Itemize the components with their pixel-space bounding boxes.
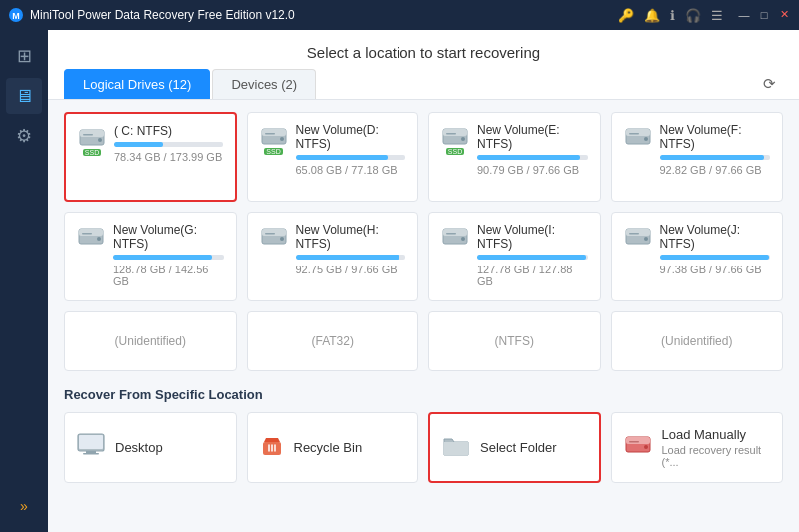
drive-card-i[interactable]: New Volume(I: NTFS)127.78 GB / 127.88 GB <box>428 212 601 301</box>
svg-rect-25 <box>265 233 275 235</box>
svg-point-16 <box>644 137 648 141</box>
location-name-folder: Select Folder <box>480 440 557 455</box>
sidebar-item-scan[interactable]: 🖥 <box>6 78 42 114</box>
header: Select a location to start recovering Lo… <box>48 30 799 100</box>
drive-progress-bg-g <box>113 255 224 260</box>
maximize-button[interactable]: □ <box>757 8 771 22</box>
key-icon[interactable]: 🔑 <box>618 8 634 23</box>
svg-point-4 <box>98 138 102 142</box>
drive-icon-e: SSD <box>441 125 469 155</box>
drive-card-ntfs2[interactable]: (NTFS) <box>428 311 601 371</box>
ssd-badge: SSD <box>83 149 101 156</box>
location-sub-load: Load recovery result (*... <box>662 444 771 468</box>
drive-card-e[interactable]: SSDNew Volume(E: NTFS)90.79 GB / 97.66 G… <box>428 112 601 202</box>
drive-icon-i <box>441 225 469 247</box>
drive-card-fat[interactable]: (FAT32) <box>247 311 419 371</box>
drive-card-u1[interactable]: (Unidentified) <box>64 311 237 371</box>
app-layout: ⊞ 🖥 ⚙ » Select a location to start recov… <box>0 30 799 532</box>
sidebar: ⊞ 🖥 ⚙ » <box>0 30 48 532</box>
location-card-load[interactable]: Load ManuallyLoad recovery result (*... <box>611 412 784 483</box>
svg-point-24 <box>280 237 284 241</box>
tab-logical-drives[interactable]: Logical Drives (12) <box>64 69 210 99</box>
load-icon <box>624 433 652 463</box>
info-icon[interactable]: ℹ <box>670 8 675 23</box>
sidebar-item-settings[interactable]: ⚙ <box>6 118 42 154</box>
svg-rect-11 <box>443 129 467 136</box>
window-controls: 🔑 🔔 ℹ 🎧 ☰ — □ ✕ <box>618 8 791 23</box>
sidebar-expand-button[interactable]: » <box>12 496 36 516</box>
svg-rect-13 <box>446 133 456 135</box>
drive-size-d: 65.08 GB / 77.18 GB <box>296 164 406 176</box>
svg-rect-40 <box>626 437 650 444</box>
drive-progress-bg-c <box>114 142 223 147</box>
svg-rect-5 <box>83 134 93 136</box>
drive-progress-fill-d <box>296 155 389 160</box>
tab-devices[interactable]: Devices (2) <box>212 69 316 99</box>
desktop-icon <box>77 433 105 463</box>
drive-card-c[interactable]: SSD( C: NTFS)78.34 GB / 173.99 GB <box>64 112 237 202</box>
drive-progress-fill-g <box>113 255 212 260</box>
drive-card-j[interactable]: New Volume(J: NTFS)97.38 GB / 97.66 GB <box>611 212 784 301</box>
svg-rect-17 <box>629 133 639 135</box>
drive-progress-bg-i <box>477 255 588 260</box>
headset-icon[interactable]: 🎧 <box>685 8 701 23</box>
header-title: Select a location to start recovering <box>64 38 783 69</box>
drive-size-j: 97.38 GB / 97.66 GB <box>660 264 771 275</box>
main-content: Select a location to start recovering Lo… <box>48 30 799 532</box>
svg-rect-31 <box>626 229 650 236</box>
drive-card-h[interactable]: New Volume(H: NTFS)92.75 GB / 97.66 GB <box>247 212 419 301</box>
drive-size-c: 78.34 GB / 173.99 GB <box>114 151 223 163</box>
sidebar-bottom: » <box>12 496 36 524</box>
drive-progress-fill-e <box>477 155 580 160</box>
sidebar-item-home[interactable]: ⊞ <box>6 38 42 74</box>
svg-point-32 <box>644 237 648 241</box>
location-card-recycle[interactable]: Recycle Bin <box>247 412 419 483</box>
drive-card-u2[interactable]: (Unidentified) <box>611 311 784 371</box>
drive-icon-d: SSD <box>260 125 288 155</box>
bell-icon[interactable]: 🔔 <box>644 8 660 23</box>
minimize-button[interactable]: — <box>737 8 751 22</box>
svg-rect-3 <box>80 130 104 137</box>
close-button[interactable]: ✕ <box>777 8 791 22</box>
refresh-button[interactable]: ⟳ <box>755 70 783 98</box>
ssd-badge: SSD <box>446 148 464 155</box>
svg-point-12 <box>461 137 465 141</box>
svg-rect-36 <box>86 451 96 453</box>
drive-card-g[interactable]: New Volume(G: NTFS)128.78 GB / 142.56 GB <box>64 212 237 301</box>
svg-rect-23 <box>262 229 286 236</box>
svg-text:M: M <box>12 11 20 21</box>
svg-rect-27 <box>443 229 467 236</box>
svg-rect-9 <box>265 133 275 135</box>
monitor-icon: 🖥 <box>15 86 33 107</box>
menu-icon[interactable]: ☰ <box>711 8 723 23</box>
drive-progress-fill-c <box>114 142 163 147</box>
drive-size-e: 90.79 GB / 97.66 GB <box>477 164 588 176</box>
drive-unidentified-label: (Unidentified) <box>115 334 186 348</box>
ssd-badge: SSD <box>264 148 282 155</box>
drive-progress-fill-h <box>296 255 400 260</box>
svg-rect-29 <box>446 233 456 235</box>
location-grid: Desktop Recycle Bin Select Folder Load M… <box>64 412 783 483</box>
section-label: Recover From Specific Location <box>64 387 783 402</box>
location-card-folder[interactable]: Select Folder <box>428 412 601 483</box>
drive-progress-bg-f <box>660 155 771 160</box>
tabs-row: Logical Drives (12) Devices (2) ⟳ <box>64 69 783 99</box>
drive-name-f: New Volume(F: NTFS) <box>660 123 771 151</box>
drive-progress-fill-i <box>477 255 586 260</box>
drive-card-f[interactable]: New Volume(F: NTFS)92.82 GB / 97.66 GB <box>611 112 784 202</box>
svg-rect-42 <box>629 441 639 443</box>
drive-card-d[interactable]: SSDNew Volume(D: NTFS)65.08 GB / 77.18 G… <box>247 112 419 202</box>
drive-name-c: ( C: NTFS) <box>114 124 223 138</box>
recycle-icon <box>260 432 284 464</box>
drive-icon-h <box>260 225 288 247</box>
svg-rect-15 <box>626 129 650 136</box>
drive-unidentified-label: (Unidentified) <box>661 334 732 348</box>
drive-icon-c: SSD <box>78 126 106 156</box>
svg-rect-35 <box>79 435 103 449</box>
svg-rect-19 <box>79 229 103 236</box>
location-card-desktop[interactable]: Desktop <box>64 412 237 483</box>
drive-name-i: New Volume(I: NTFS) <box>477 223 588 251</box>
svg-rect-33 <box>629 233 639 235</box>
svg-point-28 <box>461 237 465 241</box>
drive-unidentified-label: (FAT32) <box>312 334 354 348</box>
